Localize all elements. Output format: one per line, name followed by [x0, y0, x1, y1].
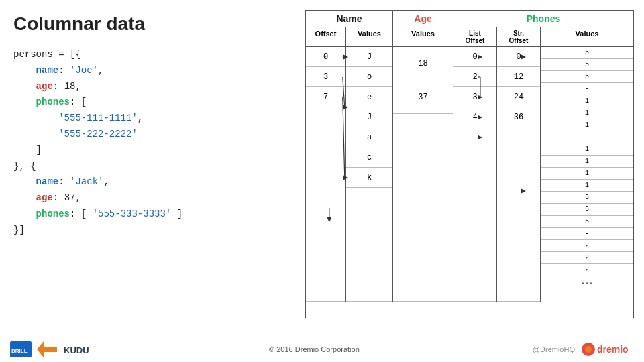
- sub-header-phones-str-offset: Str.Offset: [497, 27, 541, 46]
- sub-header-phones-list-offset: ListOffset: [453, 27, 497, 46]
- code-line-9: name: 'Jack',: [13, 174, 295, 190]
- phones-val-1e: 1: [541, 156, 633, 168]
- name-val-J2: J: [346, 107, 392, 127]
- svg-text:dremio: dremio: [597, 344, 629, 355]
- kw-age-2: age: [36, 192, 53, 203]
- page-title: Columnar data: [13, 13, 295, 35]
- phones-val-5c: 5: [541, 71, 633, 83]
- name-values-column: J o e J a c k: [346, 47, 393, 302]
- kw-phones-2: phones: [36, 208, 70, 219]
- svg-text:KUDU: KUDU: [64, 345, 89, 355]
- age-values-column: 18 37: [393, 47, 453, 302]
- code-line-2: name: 'Joe',: [13, 63, 295, 79]
- phones-str-offset-12: 12: [497, 67, 540, 87]
- phones-val-5b: 5: [541, 59, 633, 71]
- name-val-c: c: [346, 147, 392, 168]
- footer-logos: DRILL KUDU: [10, 341, 96, 357]
- code-block: persons = [{ name: 'Joe', age: 18, phone…: [13, 47, 295, 239]
- phones-str-offset-empty: [497, 127, 540, 302]
- phones-val-2c: 2: [541, 264, 633, 276]
- str-jack: 'Jack': [70, 176, 103, 187]
- code-line-3: age: 18,: [13, 79, 295, 95]
- name-val-empty: [346, 188, 392, 302]
- age-val-37: 37: [393, 80, 453, 114]
- diagram: Name Age Phones Offset Values Values Lis…: [305, 10, 634, 318]
- phones-val-5a: 5: [541, 47, 633, 59]
- svg-marker-19: [37, 341, 57, 357]
- str-phone-1: '555-111-1111': [58, 113, 138, 123]
- kudu-logo: KUDU: [62, 341, 96, 357]
- name-offset-cell-3: [306, 107, 345, 127]
- phones-val-5d: 5: [541, 192, 633, 204]
- code-line-5: '555-111-1111',: [13, 111, 295, 127]
- apache-drill-logo: DRILL: [10, 341, 32, 357]
- phones-list-offset-empty: [453, 127, 496, 302]
- phones-val-2b: 2: [541, 252, 633, 264]
- name-val-J1: J: [346, 47, 392, 67]
- name-val-k: k: [346, 168, 392, 188]
- phones-list-offset-3: 3: [453, 87, 496, 107]
- sub-header-name-values: Values: [346, 27, 393, 46]
- kw-phones-1: phones: [36, 97, 70, 107]
- phones-val-5f: 5: [541, 216, 633, 228]
- phones-values-column: 5 5 5 - 1 1 1 - 1 1 1 1 5 5 5 - 2 2 2 ..…: [541, 47, 633, 302]
- name-offset-column: 0 3 7: [306, 47, 346, 302]
- str-joe: 'Joe': [70, 65, 98, 76]
- name-val-e: e: [346, 87, 392, 107]
- age-val-empty: [393, 114, 453, 302]
- sub-headers: Offset Values Values ListOffset Str.Offs…: [306, 27, 633, 47]
- name-val-o: o: [346, 67, 392, 87]
- phones-val-dash2: -: [541, 131, 633, 143]
- footer-right: @DremioHQ dremio: [533, 340, 634, 359]
- age-val-18: 18: [393, 47, 453, 80]
- phones-list-offset-column: 0 2 3 4: [453, 47, 497, 302]
- phones-val-1d: 1: [541, 143, 633, 156]
- phones-val-1a: 1: [541, 95, 633, 107]
- val-age-1: 18: [64, 81, 76, 92]
- phones-str-offset-36: 36: [497, 107, 540, 127]
- footer-copyright: © 2016 Dremio Corporation: [269, 345, 360, 353]
- name-val-a: a: [346, 127, 392, 147]
- col-header-phones: Phones: [453, 11, 633, 27]
- phones-str-offset-0: 0: [497, 47, 540, 67]
- col-header-age: Age: [393, 11, 453, 27]
- phones-val-5e: 5: [541, 204, 633, 216]
- footer-social: @DremioHQ: [533, 345, 575, 353]
- kw-name-2: name: [36, 176, 59, 187]
- phones-val-dash1: -: [541, 83, 633, 95]
- name-offset-cell-0: 0: [306, 47, 345, 67]
- phones-str-offset-24: 24: [497, 87, 540, 107]
- code-line-11: phones: [ '555-333-3333' ]: [13, 206, 295, 223]
- svg-text:DRILL: DRILL: [11, 348, 28, 354]
- kw-age-1: age: [36, 81, 53, 92]
- left-panel: Columnar data persons = [{ name: 'Joe', …: [13, 13, 295, 239]
- phones-val-dots: ...: [541, 276, 633, 288]
- str-phone-2: '555-222-2222': [58, 129, 138, 139]
- phones-val-1g: 1: [541, 180, 633, 192]
- dremio-logo: dremio: [580, 340, 634, 359]
- str-phone-3: '555-333-3333': [93, 208, 172, 219]
- code-line-4: phones: [: [13, 95, 295, 111]
- svg-point-22: [585, 346, 592, 353]
- name-offset-cell-1: 3: [306, 67, 345, 87]
- footer: DRILL KUDU © 2016 Dremio Corporation @Dr…: [0, 340, 644, 359]
- phones-list-offset-0: 0: [453, 47, 496, 67]
- phones-val-2a: 2: [541, 240, 633, 252]
- sub-header-phones-values: Values: [541, 27, 633, 46]
- phones-val-dash3: -: [541, 228, 633, 240]
- phones-val-1b: 1: [541, 107, 633, 119]
- val-age-2: 37: [64, 192, 76, 203]
- name-offset-cell-2: 7: [306, 87, 345, 107]
- column-headers: Name Age Phones: [306, 11, 633, 27]
- code-line-8: }, {: [13, 159, 295, 175]
- spark-logo: [37, 341, 57, 357]
- sub-header-name-offset: Offset: [306, 27, 346, 46]
- phones-val-1f: 1: [541, 168, 633, 180]
- phones-val-1c: 1: [541, 119, 633, 131]
- phones-list-offset-4: 4: [453, 107, 496, 127]
- code-line-12: }]: [13, 223, 295, 239]
- code-line-1: persons = [{: [13, 47, 295, 63]
- col-header-name: Name: [306, 11, 393, 27]
- name-offset-cell-empty: [306, 127, 345, 302]
- code-line-7: ]: [13, 143, 295, 159]
